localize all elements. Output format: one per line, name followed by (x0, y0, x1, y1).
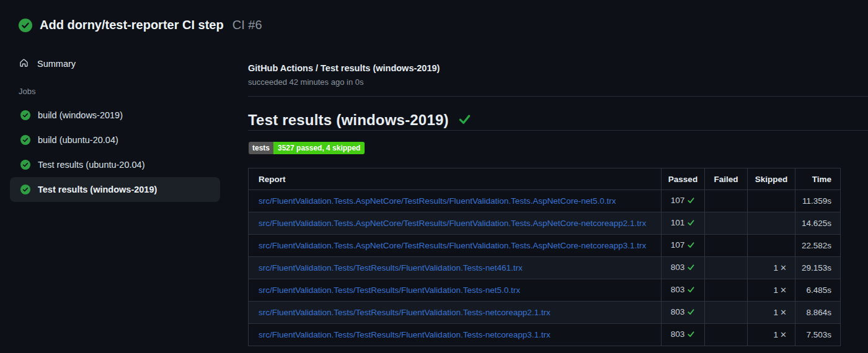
skipped-cell: 1✕ (748, 257, 795, 279)
sidebar-job-item-0[interactable]: build (windows-2019) (10, 103, 220, 128)
job-label: Test results (windows-2019) (38, 185, 157, 194)
time-cell: 8.864s (795, 302, 841, 324)
results-table-body: src/FluentValidation.Tests.AspNetCore/Te… (249, 190, 841, 346)
badge-value: 3527 passed, 4 skipped (273, 142, 365, 154)
skipped-cell (748, 212, 795, 235)
jobs-list: build (windows-2019)build (ubuntu-20.04)… (10, 103, 220, 202)
sidebar-job-item-3[interactable]: Test results (windows-2019) (10, 177, 220, 202)
failed-cell (705, 257, 748, 279)
skipped-cell (748, 235, 795, 257)
table-row: src/FluentValidation.Tests.AspNetCore/Te… (249, 212, 841, 235)
skipped-x-icon: ✕ (780, 285, 787, 295)
skipped-x-icon: ✕ (780, 308, 787, 317)
column-header-report: Report (249, 168, 662, 190)
check-title: GitHub Actions / Test results (windows-2… (248, 63, 440, 73)
divider (248, 96, 868, 97)
passed-cell: 803 (662, 324, 705, 346)
report-link[interactable]: src/FluentValidation.Tests.AspNetCore/Te… (259, 219, 646, 228)
job-label: Test results (ubuntu-20.04) (38, 160, 144, 170)
report-cell: src/FluentValidation.Tests/TestResults/F… (249, 257, 662, 279)
time-cell: 22.582s (795, 235, 841, 257)
report-link[interactable]: src/FluentValidation.Tests/TestResults/F… (259, 308, 551, 317)
report-link[interactable]: src/FluentValidation.Tests.AspNetCore/Te… (259, 196, 616, 206)
tests-badge[interactable]: tests 3527 passed, 4 skipped (249, 142, 365, 154)
report-cell: src/FluentValidation.Tests/TestResults/F… (249, 279, 662, 302)
check-status-text: succeeded 42 minutes ago in 0s (248, 77, 440, 87)
table-header-row: Report Passed Failed Skipped Time (249, 168, 841, 190)
skipped-cell: 1✕ (748, 279, 795, 302)
passed-check-icon (687, 241, 695, 251)
job-label: build (windows-2019) (38, 110, 123, 120)
passed-check-icon (687, 330, 695, 340)
sidebar-job-item-1[interactable]: build (ubuntu-20.04) (10, 128, 220, 152)
run-success-icon (19, 19, 32, 32)
passed-check-icon (687, 308, 695, 318)
badge-label: tests (249, 142, 273, 154)
check-header: GitHub Actions / Test results (windows-2… (248, 63, 440, 87)
results-table: Report Passed Failed Skipped Time src/Fl… (248, 168, 841, 346)
report-cell: src/FluentValidation.Tests/TestResults/F… (249, 324, 662, 346)
passed-check-icon (687, 196, 695, 206)
report-link[interactable]: src/FluentValidation.Tests/TestResults/F… (259, 285, 520, 295)
job-success-icon (20, 160, 30, 170)
time-cell: 7.503s (795, 324, 841, 346)
skipped-cell (748, 190, 795, 212)
job-success-icon (20, 110, 30, 120)
run-number: CI #6 (232, 18, 262, 32)
skipped-cell: 1✕ (748, 302, 795, 324)
report-cell: src/FluentValidation.Tests/TestResults/F… (249, 302, 662, 324)
column-header-skipped: Skipped (748, 168, 795, 190)
time-cell: 29.153s (795, 257, 841, 279)
failed-cell (705, 279, 748, 302)
failed-cell (705, 235, 748, 257)
passed-check-icon (687, 263, 695, 273)
table-row: src/FluentValidation.Tests.AspNetCore/Te… (249, 190, 841, 212)
sidebar-item-summary[interactable]: Summary (19, 56, 76, 72)
heading-check-icon (458, 113, 471, 128)
jobs-section-label: Jobs (19, 87, 35, 96)
passed-check-icon (687, 219, 695, 229)
report-cell: src/FluentValidation.Tests.AspNetCore/Te… (249, 212, 662, 235)
sidebar-job-item-2[interactable]: Test results (ubuntu-20.04) (10, 152, 220, 177)
summary-label: Summary (37, 59, 76, 69)
passed-cell: 107 (662, 235, 705, 257)
column-header-failed: Failed (705, 168, 748, 190)
job-label: build (ubuntu-20.04) (38, 135, 118, 145)
passed-cell: 803 (662, 257, 705, 279)
passed-cell: 107 (662, 190, 705, 212)
job-success-icon (20, 135, 30, 145)
home-icon (19, 58, 29, 71)
table-row: src/FluentValidation.Tests/TestResults/F… (249, 279, 841, 302)
table-row: src/FluentValidation.Tests/TestResults/F… (249, 302, 841, 324)
column-header-time: Time (795, 168, 841, 190)
time-cell: 6.485s (795, 279, 841, 302)
column-header-passed: Passed (662, 168, 705, 190)
skipped-x-icon: ✕ (780, 330, 787, 339)
report-link[interactable]: src/FluentValidation.Tests.AspNetCore/Te… (259, 241, 646, 250)
failed-cell (705, 324, 748, 346)
workflow-run-page: Add dorny/test-reporter CI step CI #6 Su… (0, 0, 868, 353)
failed-cell (705, 190, 748, 212)
table-row: src/FluentValidation.Tests/TestResults/F… (249, 324, 841, 346)
failed-cell (705, 302, 748, 324)
passed-cell: 101 (662, 212, 705, 235)
time-cell: 14.625s (795, 212, 841, 235)
report-link[interactable]: src/FluentValidation.Tests/TestResults/F… (259, 263, 523, 272)
passed-cell: 803 (662, 279, 705, 302)
passed-cell: 803 (662, 302, 705, 324)
table-row: src/FluentValidation.Tests/TestResults/F… (249, 257, 841, 279)
section-title: Test results (windows-2019) (248, 111, 449, 129)
divider (248, 130, 868, 131)
time-cell: 11.359s (795, 190, 841, 212)
job-success-icon (20, 185, 30, 194)
section-heading: Test results (windows-2019) (248, 111, 471, 129)
table-row: src/FluentValidation.Tests.AspNetCore/Te… (249, 235, 841, 257)
run-title: Add dorny/test-reporter CI step (40, 18, 224, 32)
failed-cell (705, 212, 748, 235)
skipped-cell: 1✕ (748, 324, 795, 346)
report-link[interactable]: src/FluentValidation.Tests/TestResults/F… (259, 330, 551, 339)
skipped-x-icon: ✕ (780, 263, 787, 272)
report-cell: src/FluentValidation.Tests.AspNetCore/Te… (249, 190, 662, 212)
passed-check-icon (687, 285, 695, 295)
run-header: Add dorny/test-reporter CI step CI #6 (19, 18, 262, 32)
